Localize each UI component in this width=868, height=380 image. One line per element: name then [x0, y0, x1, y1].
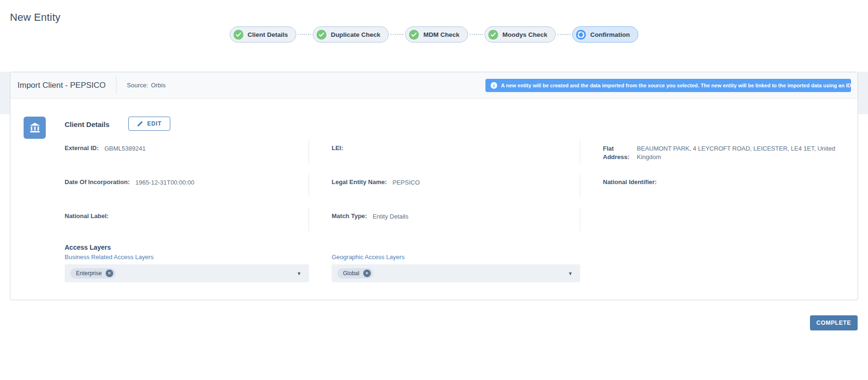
- edit-button[interactable]: EDIT: [128, 117, 170, 131]
- field-value: 1965-12-31T00:00:00: [135, 178, 194, 187]
- step-label: MDM Check: [423, 31, 459, 38]
- field-label: LEI:: [332, 144, 343, 152]
- step-duplicate-check[interactable]: Duplicate Check: [313, 26, 389, 42]
- step-label: Moodys Check: [502, 31, 547, 38]
- geographic-access-layers-label: Geographic Access Layers: [332, 253, 580, 261]
- check-circle-icon: [409, 30, 419, 40]
- field-empty: [580, 207, 854, 241]
- card-title: Import Client - PEPSICO: [17, 81, 106, 90]
- step-moodys-check[interactable]: Moodys Check: [484, 26, 556, 42]
- field-national-identifier: National Identifier:: [580, 173, 854, 207]
- card-header-left: Import Client - PEPSICO Source: Orbis: [17, 77, 166, 94]
- import-client-card: Import Client - PEPSICO Source: Orbis i …: [10, 72, 858, 300]
- page-title: New Entity: [10, 11, 60, 24]
- info-banner-text: A new entity will be created and the dat…: [501, 83, 852, 88]
- check-circle-icon: [317, 30, 326, 40]
- field-label: National Label:: [65, 212, 108, 220]
- card-body: Client Details EDIT External ID: GBML538…: [10, 99, 858, 282]
- field-match-type: Match Type: Entity Details: [309, 207, 580, 241]
- info-circle-icon: i: [491, 82, 497, 89]
- complete-button[interactable]: COMPLETE: [810, 315, 858, 330]
- step-connector: [391, 34, 403, 35]
- top-bar: New Entity Client Details Duplicate Chec…: [0, 0, 868, 58]
- step-label: Confirmation: [590, 31, 630, 38]
- field-legal-entity-name: Legal Entity Name: PEPSICO: [309, 173, 580, 207]
- pencil-icon: [137, 121, 143, 127]
- step-mdm-check[interactable]: MDM Check: [405, 26, 468, 42]
- check-circle-icon: [488, 30, 498, 40]
- chip-label: Enterprise: [76, 270, 102, 277]
- field-value: Entity Details: [373, 212, 409, 221]
- bank-icon: [24, 117, 46, 139]
- field-label: National Identifier:: [603, 178, 657, 186]
- check-circle-icon: [234, 30, 243, 40]
- field-label: External ID:: [65, 144, 99, 152]
- geographic-access-layers-group: Geographic Access Layers Global ✕ ▼: [309, 253, 580, 282]
- field-label: Legal Entity Name:: [332, 178, 387, 186]
- field-national-label: National Label:: [65, 207, 309, 241]
- step-connector: [558, 34, 570, 35]
- field-external-id: External ID: GBML5389241: [65, 139, 309, 173]
- field-label: Date Of Incorporation:: [65, 178, 130, 186]
- source-info: Source: Orbis: [127, 82, 166, 89]
- access-layers-section: Access Layers Business Related Access La…: [65, 244, 844, 282]
- field-value: PEPSICO: [392, 178, 420, 187]
- main-area: Import Client - PEPSICO Source: Orbis i …: [0, 72, 868, 330]
- wizard-stepper: Client Details Duplicate Check MDM Check…: [0, 26, 868, 42]
- section-title: Client Details: [65, 120, 109, 128]
- step-label: Duplicate Check: [331, 31, 380, 38]
- edit-button-label: EDIT: [147, 120, 162, 127]
- progress-circle-icon: [576, 30, 586, 40]
- remove-chip-icon[interactable]: ✕: [106, 270, 113, 277]
- step-label: Client Details: [248, 31, 288, 38]
- field-label: Flat Address:: [603, 144, 631, 161]
- chevron-down-icon: ▼: [297, 271, 301, 276]
- field-label: Match Type:: [332, 212, 367, 220]
- header-divider: [116, 77, 117, 94]
- access-layers-grid: Business Related Access Layers Enterpris…: [65, 253, 844, 282]
- business-access-layers-select[interactable]: Enterprise ✕ ▼: [65, 264, 309, 282]
- remove-chip-icon[interactable]: ✕: [363, 270, 371, 277]
- access-layer-chip: Enterprise ✕: [70, 268, 116, 279]
- card-header: Import Client - PEPSICO Source: Orbis i …: [10, 72, 858, 99]
- footer-actions: COMPLETE: [0, 315, 858, 330]
- field-lei: LEI:: [309, 139, 580, 173]
- business-access-layers-group: Business Related Access Layers Enterpris…: [65, 253, 309, 282]
- source-value: Orbis: [151, 82, 166, 89]
- step-confirmation[interactable]: Confirmation: [572, 26, 638, 42]
- step-connector: [298, 34, 311, 35]
- step-connector: [470, 34, 483, 35]
- client-details-section-header: Client Details EDIT: [24, 117, 844, 139]
- access-layers-title: Access Layers: [65, 244, 844, 251]
- business-access-layers-label: Business Related Access Layers: [65, 253, 309, 261]
- field-value: BEAUMONT PARK, 4 LEYCROFT ROAD, LEICESTE…: [637, 144, 843, 161]
- geographic-access-layers-select[interactable]: Global ✕ ▼: [332, 264, 580, 282]
- field-date-of-incorporation: Date Of Incorporation: 1965-12-31T00:00:…: [65, 173, 309, 207]
- info-banner: i A new entity will be created and the d…: [485, 79, 851, 92]
- field-value: GBML5389241: [104, 144, 145, 153]
- chevron-down-icon: ▼: [568, 271, 573, 276]
- step-client-details[interactable]: Client Details: [230, 26, 297, 42]
- field-flat-address: Flat Address: BEAUMONT PARK, 4 LEYCROFT …: [580, 139, 854, 173]
- chip-label: Global: [343, 270, 359, 277]
- access-layer-chip: Global ✕: [337, 268, 373, 279]
- client-details-grid: External ID: GBML5389241 LEI: Flat Addre…: [65, 139, 844, 241]
- source-label: Source:: [127, 82, 148, 89]
